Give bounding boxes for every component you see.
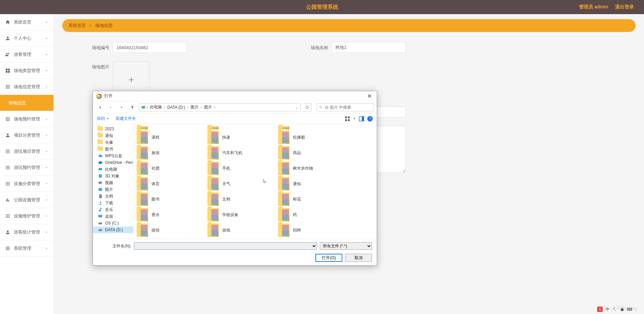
folder-item[interactable]: 天气	[205, 176, 273, 191]
dialog-titlebar[interactable]: 打开 ✕	[93, 91, 377, 101]
sidebar-item[interactable]: 游玩预约管理	[0, 160, 54, 176]
folder-item[interactable]: 商品	[276, 145, 343, 161]
field-name-input[interactable]	[332, 42, 406, 53]
folder-item[interactable]: 汽车和飞机	[205, 145, 273, 161]
folder-item[interactable]: 药	[276, 207, 343, 222]
folder-item[interactable]: 游戏	[205, 222, 273, 238]
folder-item[interactable]: 轮播图	[276, 130, 343, 145]
sidebar-item[interactable]: 场地预约管理	[0, 111, 54, 127]
logout-button[interactable]: 退出登录	[615, 4, 634, 10]
folder-item[interactable]: 手机	[205, 161, 273, 176]
nav-recent-icon[interactable]	[117, 103, 126, 112]
download-icon	[98, 201, 103, 205]
ime-lang[interactable]: 中	[605, 307, 610, 312]
tree-item[interactable]: 桌面	[93, 213, 133, 220]
nav-up-icon[interactable]	[128, 103, 137, 112]
tree-item[interactable]: OS (C:)	[93, 220, 133, 226]
search-input[interactable]	[325, 105, 372, 110]
path-seg[interactable]: 此电脑	[148, 104, 163, 110]
list-icon	[5, 213, 10, 219]
sidebar-item[interactable]: 游客管理	[0, 46, 54, 63]
svg-rect-1	[143, 109, 144, 109]
sidebar-item[interactable]: 场地信息管理	[0, 79, 54, 95]
header-actions: 管理员 admin 退出登录	[579, 4, 634, 10]
folder-item[interactable]: 树木农作物	[276, 161, 343, 176]
tree-item[interactable]: OneDrive - Pers	[93, 159, 133, 166]
refresh-icon[interactable]	[303, 103, 311, 111]
ime-punct[interactable]: °,	[612, 307, 617, 312]
sidebar-item[interactable]: 系统首页	[0, 14, 54, 30]
tree-item[interactable]: 视频	[93, 179, 133, 186]
breadcrumb: 系统首页 ≡ 场地信息	[62, 19, 636, 32]
sidebar-item-label: 场地类型管理	[14, 68, 44, 74]
ime-full[interactable]: ▣	[619, 307, 625, 312]
preview-icon[interactable]	[359, 116, 365, 122]
file-filter-select[interactable]: 所有文件 (*.*)	[320, 242, 372, 250]
path-bar[interactable]: › 此电脑 › DATA (D:) › 图片 › 图片 › ⌄	[139, 103, 301, 111]
filename-input[interactable]	[134, 242, 317, 250]
help-icon[interactable]: ?	[367, 116, 373, 121]
sidebar-item[interactable]: 个人中心	[0, 30, 54, 46]
open-button[interactable]: 打开(O)	[315, 254, 342, 262]
cancel-button[interactable]: 取消	[345, 254, 372, 262]
tree-item[interactable]: 头像	[93, 139, 133, 146]
sidebar-item[interactable]: 场地类型管理	[0, 63, 54, 79]
folder-item[interactable]: 香水	[135, 207, 202, 222]
folder-label: 鲜花	[293, 197, 301, 202]
video-icon	[98, 180, 103, 185]
tree-item-label: 图片	[105, 187, 113, 193]
search-box[interactable]	[317, 103, 374, 111]
tree-item[interactable]: 音乐	[93, 206, 133, 213]
folder-item[interactable]: 学校设备	[205, 207, 273, 222]
close-icon[interactable]: ✕	[366, 93, 373, 99]
folder-icon	[278, 177, 290, 190]
folder-item[interactable]: 文档	[205, 191, 273, 207]
folder-item[interactable]: 课程	[135, 130, 202, 145]
folder-item[interactable]: 图书	[135, 191, 202, 207]
tree-item[interactable]: 文档	[93, 193, 133, 200]
path-seg[interactable]: 图片	[203, 104, 213, 110]
tree-item[interactable]: DATA (D:)	[93, 226, 133, 233]
tree-item[interactable]: WPS云盘	[93, 152, 133, 159]
sidebar-item[interactable]: 公园设施管理	[0, 192, 54, 208]
tree-item[interactable]: 通知	[93, 132, 133, 139]
ime-kbd[interactable]: ⌨	[627, 307, 632, 312]
sidebar-item[interactable]: 系统管理	[0, 240, 54, 256]
admin-label[interactable]: 管理员 admin	[579, 4, 608, 10]
folder-icon	[137, 193, 148, 206]
nav-forward-icon[interactable]	[106, 103, 115, 112]
sidebar-item[interactable]: 场地信息	[0, 95, 54, 111]
tree-item[interactable]: 此电脑	[93, 166, 133, 173]
tree-item[interactable]: 图片	[93, 186, 133, 193]
chevron-down-icon[interactable]: ⌄	[295, 105, 298, 110]
sidebar-item[interactable]: 游客统计管理	[0, 224, 54, 240]
folder-item[interactable]: 体育	[135, 176, 202, 191]
field-id-input[interactable]	[113, 42, 187, 53]
sidebar-item[interactable]: 游玩项目管理	[0, 143, 54, 160]
breadcrumb-home[interactable]: 系统首页	[68, 23, 86, 29]
sidebar-item[interactable]: 设施维护管理	[0, 208, 54, 224]
sidebar-item[interactable]: 设施分类管理	[0, 176, 54, 192]
folder-item[interactable]: 招聘	[276, 222, 343, 238]
folder-item[interactable]: 社团	[135, 161, 202, 176]
path-seg[interactable]: DATA (D:)	[166, 105, 187, 110]
tree-item[interactable]: 2023	[93, 126, 133, 132]
tree-item-label: 头像	[105, 140, 113, 145]
tree-item[interactable]: 下载	[93, 200, 133, 206]
chevron-down-icon	[44, 230, 48, 234]
ime-icon[interactable]: 五	[597, 307, 603, 312]
organize-button[interactable]: 组织▼	[97, 116, 109, 121]
new-folder-button[interactable]: 新建文件夹	[116, 116, 136, 121]
view-icon[interactable]	[344, 116, 350, 122]
nav-back-icon[interactable]	[96, 103, 104, 112]
sidebar-item[interactable]: 项目分类管理	[0, 127, 54, 143]
folder-item[interactable]: 快递	[205, 130, 273, 145]
tree-item[interactable]: 图书	[93, 146, 133, 152]
folder-item[interactable]: 鲜花	[276, 191, 343, 207]
path-seg[interactable]: 图片	[189, 104, 200, 110]
tree-item[interactable]: 3D 对象	[93, 173, 133, 179]
folder-item[interactable]: 疫情	[135, 222, 202, 238]
folder-item[interactable]: 通知	[276, 176, 343, 191]
sidebar-item-label: 系统首页	[14, 19, 44, 25]
folder-item[interactable]: 旅游	[135, 145, 202, 161]
